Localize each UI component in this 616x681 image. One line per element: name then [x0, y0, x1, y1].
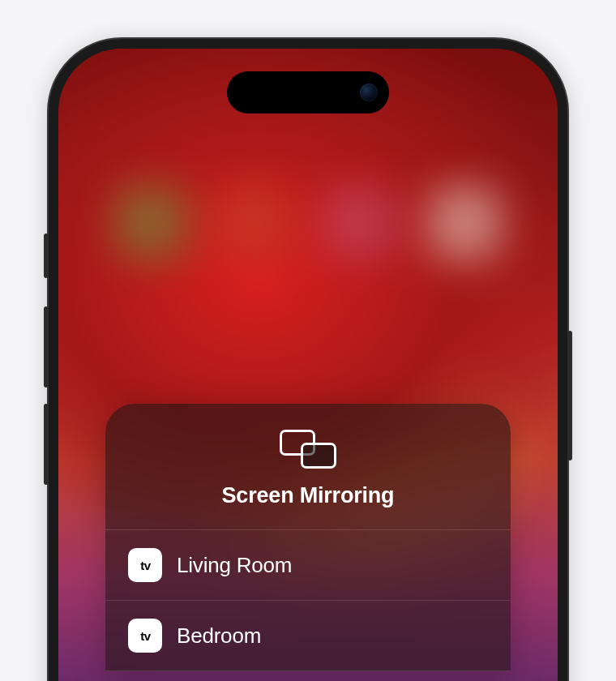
- device-item-bedroom[interactable]: tv Bedroom: [105, 601, 511, 671]
- dynamic-island: [227, 71, 389, 114]
- apple-tv-icon: tv: [128, 548, 162, 582]
- volume-down-button: [44, 404, 49, 485]
- mute-switch: [44, 233, 49, 278]
- screen-mirroring-icon: [280, 430, 336, 469]
- device-item-living-room[interactable]: tv Living Room: [105, 530, 511, 601]
- screen-mirroring-panel: Screen Mirroring tv Living Room tv Bedro…: [105, 404, 511, 671]
- blurred-home-background: [99, 186, 517, 349]
- side-button: [567, 331, 572, 460]
- apple-tv-icon: tv: [128, 619, 162, 653]
- phone-screen: Screen Mirroring tv Living Room tv Bedro…: [58, 49, 558, 681]
- iphone-device-frame: Screen Mirroring tv Living Room tv Bedro…: [49, 39, 567, 681]
- device-label: Bedroom: [177, 623, 261, 649]
- volume-up-button: [44, 306, 49, 388]
- panel-header: Screen Mirroring: [105, 404, 511, 529]
- device-list: tv Living Room tv Bedroom: [105, 529, 511, 671]
- device-label: Living Room: [177, 553, 292, 578]
- panel-title: Screen Mirroring: [222, 483, 395, 508]
- front-camera: [360, 84, 378, 101]
